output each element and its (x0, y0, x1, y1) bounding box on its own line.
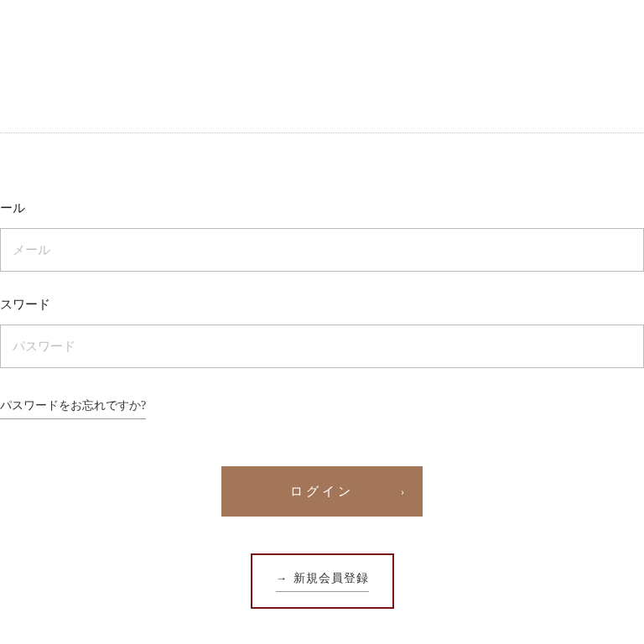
arrow-right-icon: → (276, 572, 288, 584)
register-link-label: 新規会員登録 (293, 572, 369, 584)
register-section: →新規会員登録 (0, 553, 644, 609)
chevron-right-icon: › (401, 486, 404, 498)
forgot-password-link[interactable]: パスワードをお忘れですか? (0, 398, 146, 419)
email-label: ール (0, 200, 644, 216)
password-field-group: スワード (0, 297, 644, 368)
password-input[interactable] (0, 325, 644, 368)
email-input[interactable] (0, 228, 644, 272)
login-button-label: ログイン (290, 484, 354, 500)
section-divider (0, 132, 644, 133)
register-link[interactable]: →新規会員登録 (276, 571, 369, 592)
login-form: ール スワード パスワードをお忘れですか? ログイン › →新規会員登録 (0, 200, 644, 609)
email-field-group: ール (0, 200, 644, 272)
login-button[interactable]: ログイン › (221, 466, 423, 517)
password-label: スワード (0, 297, 644, 313)
register-highlight-box: →新規会員登録 (251, 553, 394, 609)
